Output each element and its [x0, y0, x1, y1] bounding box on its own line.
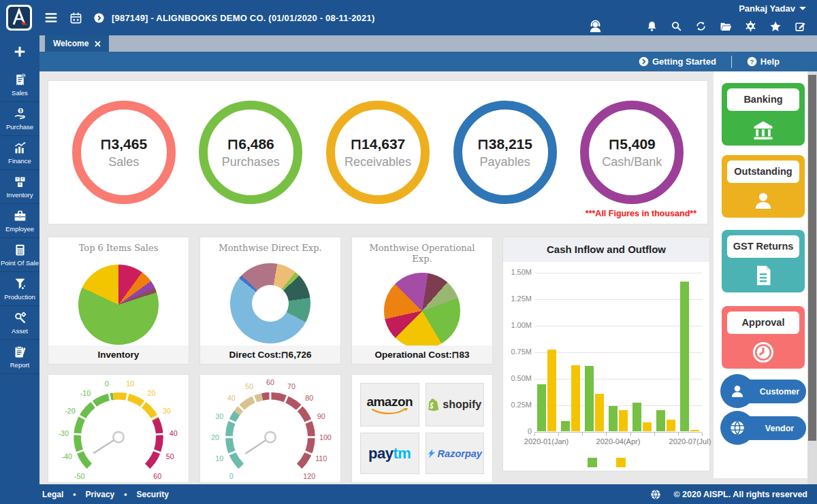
settings-gear-icon[interactable]	[745, 20, 756, 32]
svg-text:110: 110	[315, 454, 327, 463]
gridline	[534, 273, 702, 273]
purchase-hand-coin-icon: $	[13, 107, 27, 121]
sidebar-item-purchase[interactable]: $ Purchase	[0, 102, 39, 136]
bar-outflow	[667, 420, 675, 431]
footer-link-privacy[interactable]: Privacy	[86, 490, 115, 499]
svg-text:0: 0	[229, 472, 234, 480]
x-tick	[558, 433, 559, 436]
shopify-integration[interactable]: shopify	[426, 383, 485, 426]
plus-icon	[12, 44, 27, 59]
footer-link-legal[interactable]: Legal	[42, 490, 63, 499]
customer-button[interactable]: Customer	[720, 374, 806, 408]
user-menu[interactable]: Pankaj Yadav	[739, 3, 806, 14]
x-tick	[582, 433, 583, 436]
kpi-purchases[interactable]: ⊓6,486 Purchases	[199, 101, 302, 204]
y-tick-label: 0.50M	[506, 374, 532, 382]
kpi-purchases-value: ⊓6,486	[227, 136, 274, 152]
x-tick-label: 2020-07(Jul)	[669, 437, 711, 446]
kpi-payables[interactable]: ⊓38,215 Payables	[453, 101, 557, 204]
kpi-cash-bank-value: ⊓5,409	[609, 136, 656, 152]
sidebar-item-production[interactable]: Production	[0, 272, 39, 306]
employee-briefcase-icon	[13, 209, 27, 223]
x-tick-label: 2020-04(Apr)	[596, 437, 641, 446]
svg-text:0: 0	[105, 380, 109, 388]
footer-link-security[interactable]: Security	[136, 490, 168, 499]
kpi-payables-label: Payables	[480, 155, 530, 169]
amazon-integration[interactable]: amazon	[360, 383, 419, 426]
paytm-integration[interactable]: paytm	[360, 433, 419, 474]
sidebar-item-point-of-sale[interactable]: Point Of Sale	[0, 238, 39, 272]
svg-text:?: ?	[750, 58, 754, 65]
alignbooks-logo[interactable]	[5, 4, 33, 31]
razorpay-integration[interactable]: Razorpay	[426, 433, 485, 474]
report-clipboard-icon	[13, 345, 27, 359]
approval-button[interactable]: Approval	[722, 306, 805, 369]
edit-compose-icon[interactable]	[795, 20, 806, 32]
y-tick-label: 1.00M	[506, 321, 532, 329]
favorites-star-icon[interactable]	[769, 20, 782, 33]
sync-refresh-icon[interactable]	[695, 20, 707, 32]
notifications-bell-icon[interactable]	[646, 20, 658, 32]
razorpay-icon	[428, 449, 436, 458]
bar-chart-plot	[534, 273, 702, 432]
bar-inflow	[680, 282, 689, 431]
hamburger-menu-icon[interactable]	[44, 10, 59, 25]
bar-outflow	[619, 410, 628, 431]
svg-text:60: 60	[266, 378, 274, 386]
sidebar-item-sales[interactable]: $ Sales	[0, 68, 39, 102]
outstanding-button[interactable]: Outstanding	[722, 155, 805, 218]
pie-title: Monthwise Operational Exp.	[352, 237, 492, 265]
add-new-button[interactable]	[0, 35, 39, 68]
bank-icon	[750, 116, 776, 142]
svg-text:-30: -30	[59, 429, 69, 437]
kpi-purchases-label: Purchases	[222, 155, 280, 169]
scrollbar-track[interactable]	[807, 71, 817, 484]
calendar-icon[interactable]	[69, 12, 82, 24]
pie-title: Monthwise Direct Exp.	[200, 237, 340, 254]
svg-text:10: 10	[215, 454, 223, 463]
shopify-bag-icon	[428, 398, 440, 412]
svg-text:-40: -40	[61, 452, 72, 460]
chevron-circle-icon[interactable]	[93, 12, 105, 24]
y-tick-label: 1.50M	[506, 268, 532, 276]
scrollbar-thumb[interactable]	[808, 75, 816, 441]
kpi-sales-label: Sales	[108, 155, 139, 169]
svg-text:-20: -20	[65, 407, 76, 415]
gauge-right-chart: 0102030405060708090100110120	[202, 377, 338, 482]
kpi-summary-card: ⊓3,465 Sales ⊓6,486 Purchases ⊓14,637 Re…	[48, 80, 708, 224]
operational-exp-pie-chart	[384, 273, 460, 349]
y-tick-label: 1.25M	[506, 295, 532, 303]
sidebar-item-finance[interactable]: Finance	[0, 136, 39, 170]
footer-separator: •	[73, 490, 76, 499]
sidebar-item-employee[interactable]: Employee	[0, 204, 39, 238]
vendor-button[interactable]: Vendor	[720, 411, 806, 445]
approval-label: Approval	[727, 312, 799, 334]
banking-button[interactable]: Banking	[722, 83, 805, 146]
bar-chart-title: Cash Inflow and Outflow	[503, 237, 709, 262]
kpi-receivables[interactable]: ⊓14,637 Receivables	[326, 101, 430, 204]
svg-text:40: 40	[227, 394, 236, 402]
kpi-sales[interactable]: ⊓3,465 Sales	[72, 101, 176, 204]
support-icon[interactable]	[588, 18, 603, 34]
gst-returns-button[interactable]: GST Returns	[722, 230, 805, 292]
help-link[interactable]: ? Help	[747, 56, 780, 67]
asset-tools-icon	[13, 311, 27, 325]
tab-welcome[interactable]: Welcome	[45, 35, 109, 52]
getting-started-label: Getting Started	[652, 56, 716, 67]
kpi-cash-bank[interactable]: ⊓5,409 Cash/Bank	[580, 101, 684, 204]
search-icon[interactable]	[671, 20, 682, 32]
gauge-left-card: -50-40-30-20-100102030405060	[48, 374, 189, 483]
caret-down-icon	[799, 7, 806, 10]
globe-icon	[650, 489, 661, 500]
gridline	[534, 299, 702, 300]
dashboard-page: [987149] - ALIGNBOOKS DEMO CO. (01/01/20…	[0, 0, 817, 504]
sidebar-item-asset[interactable]: Asset	[0, 306, 39, 340]
quick-access-bar: Getting Started ? Help	[39, 52, 817, 71]
sidebar-item-inventory[interactable]: Inventory	[0, 170, 39, 204]
pie-footer: Direct Cost:⊓6,726	[200, 346, 340, 364]
x-tick	[654, 433, 655, 436]
sidebar-item-report[interactable]: Report	[0, 340, 39, 374]
tab-close-icon[interactable]	[95, 41, 101, 47]
folder-open-icon[interactable]	[720, 20, 732, 33]
getting-started-link[interactable]: Getting Started	[639, 56, 716, 67]
